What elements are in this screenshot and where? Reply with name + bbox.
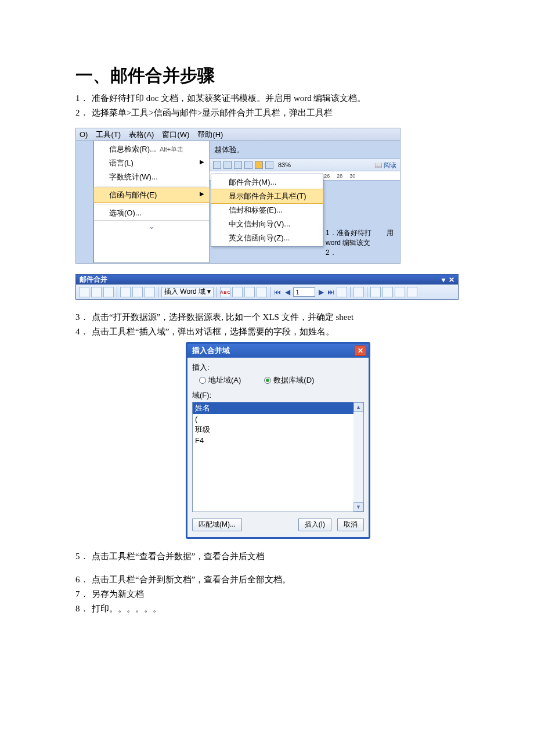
mm-view-merged-icon[interactable]: ᴀʙᴄ xyxy=(220,287,230,297)
mm-icon[interactable] xyxy=(103,287,114,297)
toolbar-icon[interactable] xyxy=(213,161,221,169)
toolbar-icon[interactable] xyxy=(234,161,242,169)
mm-icon[interactable] xyxy=(120,287,131,297)
toolbar-icon[interactable] xyxy=(265,161,273,169)
mm-icon[interactable] xyxy=(232,287,243,297)
menu-item-language[interactable]: 语言(L)▶ xyxy=(94,156,209,170)
mm-icon[interactable] xyxy=(132,287,143,297)
mm-prev-record-icon[interactable]: ◀ xyxy=(283,287,291,297)
menu-item-wordcount[interactable]: 字数统计(W)... xyxy=(94,170,209,184)
list-item[interactable]: ( xyxy=(193,414,363,424)
reading-view-button[interactable]: 📖 阅读 xyxy=(374,161,396,170)
dialog-title: 插入合并域 xyxy=(192,345,230,356)
mail-merge-toolbar: 邮件合并 ▾ ✕ 插入 Word 域 ▾ ᴀʙᴄ xyxy=(75,274,459,300)
mm-icon[interactable] xyxy=(91,287,102,297)
list-item[interactable]: 姓名 xyxy=(193,402,363,414)
scroll-down-icon[interactable]: ▼ xyxy=(353,502,363,512)
mm-insert-word-field[interactable]: 插入 Word 域 ▾ xyxy=(161,287,214,297)
submenu-show-mm-toolbar[interactable]: 显示邮件合并工具栏(T) xyxy=(211,189,323,204)
listbox-scrollbar[interactable]: ▲ ▼ xyxy=(353,402,363,512)
menubar-item-window[interactable]: 窗口(W) xyxy=(162,129,189,140)
toolbar-icon[interactable] xyxy=(244,161,252,169)
step-3: 3．点击“打开数据源”，选择数据源表, 比如一个 XLS 文件，并确定 shee… xyxy=(75,310,459,324)
menubar-item-tools[interactable]: 工具(T) xyxy=(96,129,121,140)
step-4: 4．点击工具栏“插入域”，弹出对话框，选择需要的字段，如姓名。 xyxy=(75,325,459,339)
menu-item-letters-mail[interactable]: 信函与邮件(E)▶ xyxy=(93,188,210,203)
step-6: 6．点击工具栏“合并到新文档”，查看合并后全部文档。 xyxy=(75,573,459,586)
menu-expand-chevron-icon[interactable]: ⌄ xyxy=(94,220,209,232)
menubar-item[interactable]: O) xyxy=(80,130,88,139)
toolbar-icon[interactable] xyxy=(255,161,263,169)
cancel-button[interactable]: 取消 xyxy=(337,518,364,531)
toolbar-close-icon[interactable]: ✕ xyxy=(449,276,454,284)
tools-dropdown: 信息检索(R)...Alt+单击 语言(L)▶ 字数统计(W)... 信函与邮件… xyxy=(93,141,210,263)
mm-merge-printer-icon[interactable] xyxy=(383,287,393,297)
dialog-close-icon[interactable]: ✕ xyxy=(355,345,366,356)
word-menubar: O) 工具(T) 表格(A) 窗口(W) 帮助(H) xyxy=(76,128,400,141)
menubar-item-table[interactable]: 表格(A) xyxy=(129,129,154,140)
submenu-envelopes-labels[interactable]: 信封和标签(E)... xyxy=(211,203,323,217)
mm-icon[interactable] xyxy=(145,287,155,297)
radio-address-fields[interactable]: 地址域(A) xyxy=(199,375,241,386)
scroll-up-icon[interactable]: ▲ xyxy=(353,402,363,412)
mm-icon[interactable] xyxy=(337,287,347,297)
mm-icon[interactable] xyxy=(244,287,255,297)
insert-label: 插入: xyxy=(192,362,364,373)
radio-database-fields[interactable]: 数据库域(D) xyxy=(264,375,314,386)
menu-item-options[interactable]: 选项(O)... xyxy=(94,206,209,220)
menu-item-research[interactable]: 信息检索(R)...Alt+单击 xyxy=(94,142,209,156)
submenu-en-letter-wizard[interactable]: 英文信函向导(Z)... xyxy=(211,231,323,245)
mm-next-record-icon[interactable]: ▶ xyxy=(317,287,325,297)
list-item[interactable]: 班级 xyxy=(193,424,363,435)
field-label: 域(F): xyxy=(192,390,364,401)
word-format-toolbar: 83% 📖 阅读 xyxy=(210,159,400,171)
word-right-text: 越体验。 xyxy=(210,141,400,159)
mm-icon[interactable] xyxy=(257,287,267,297)
page-title: 一、邮件合并步骤 xyxy=(75,64,459,88)
step-2: 2．选择菜单>工具>信函与邮件>显示邮件合并工具栏，弹出工具栏 xyxy=(75,106,459,120)
list-item[interactable]: F4 xyxy=(193,435,363,445)
step-8: 8．打印。。。。。。 xyxy=(75,602,459,615)
word-left-gutter xyxy=(76,141,93,263)
mm-icon[interactable] xyxy=(395,287,405,297)
mm-merge-new-doc-icon[interactable] xyxy=(370,287,381,297)
match-fields-button[interactable]: 匹配域(M)... xyxy=(192,518,242,531)
mm-toolbar-title: 邮件合并 ▾ ✕ xyxy=(76,275,458,285)
mm-icon[interactable] xyxy=(353,287,364,297)
submenu-mail-merge[interactable]: 邮件合并(M)... xyxy=(211,175,323,189)
mm-icon[interactable] xyxy=(407,287,417,297)
letters-mail-submenu: 邮件合并(M)... 显示邮件合并工具栏(T) 信封和标签(E)... 中文信封… xyxy=(211,174,323,247)
insert-merge-field-dialog: 插入合并域 ✕ 插入: 地址域(A) 数据库域(D) 域(F): 姓名 ( 班级… xyxy=(186,342,370,539)
field-listbox[interactable]: 姓名 ( 班级 F4 ▲ ▼ xyxy=(192,402,364,512)
step-7: 7．另存为新文档 xyxy=(75,587,459,601)
menubar-item-help[interactable]: 帮助(H) xyxy=(197,129,223,140)
zoom-value[interactable]: 83% xyxy=(278,161,291,168)
mm-record-input[interactable] xyxy=(293,287,315,297)
insert-button[interactable]: 插入(I) xyxy=(298,518,331,531)
step-5: 5．点击工具栏“查看合并数据”，查看合并后文档 xyxy=(75,549,459,563)
toolbar-icon[interactable] xyxy=(223,161,232,169)
word-doc-area: 1．准备好待打 用 word 编辑该文 2． xyxy=(326,228,396,258)
word-menu-screenshot: O) 工具(T) 表格(A) 窗口(W) 帮助(H) 信息检索(R)...Alt… xyxy=(75,128,400,264)
step-1: 1．准备好待打印 doc 文档，如某获奖证书模板。并启用 word 编辑该文档。 xyxy=(75,91,459,105)
submenu-cn-envelope-wizard[interactable]: 中文信封向导(V)... xyxy=(211,217,323,231)
mm-last-record-icon[interactable]: ⏭ xyxy=(327,287,335,297)
toolbar-dropdown-icon[interactable]: ▾ xyxy=(442,276,445,284)
mm-first-record-icon[interactable]: ⏮ xyxy=(273,287,282,297)
mm-icon[interactable] xyxy=(79,287,89,297)
